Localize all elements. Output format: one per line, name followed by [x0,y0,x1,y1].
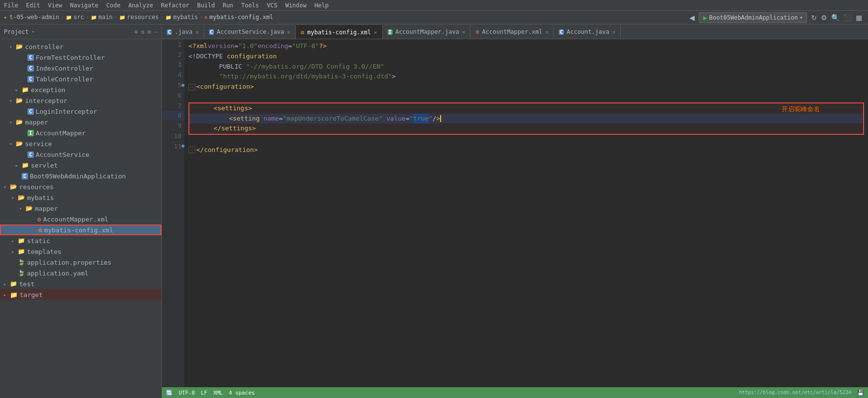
fold-5[interactable]: − [188,84,195,91]
tab-mybatis-xml-icon: ⚙ [301,29,304,36]
yaml-icon: 🍃 [18,270,25,276]
bc-project[interactable]: ▸ t-05-web-admin [4,14,59,21]
expand-exception[interactable]: ▸ [14,87,20,93]
code-editor[interactable]: <?xml version="1.0" encoding="UTF-8" ?> … [184,39,868,387]
bc-main[interactable]: main [99,14,113,21]
status-url: https://blog.csdn.net/etc/article/5234 [739,390,851,396]
tab-accountmapper-xml[interactable]: ⚙ AccountMapper.xml × [471,25,554,39]
tab-close-account-java[interactable]: × [612,29,616,35]
settings-icon[interactable]: ⚙ [821,14,827,22]
tree-item-exception[interactable]: ▸ 📁 exception [0,84,161,95]
label-logininterceptor: LoginInterceptor [36,108,97,115]
tree-item-mapper[interactable]: ▾ 📂 mapper [0,117,161,127]
java-c-icon2: C [27,65,34,72]
menu-edit[interactable]: Edit [26,2,40,9]
bc-resources[interactable]: resources [127,14,159,21]
menu-file[interactable]: File [4,2,18,9]
menu-code[interactable]: Code [106,2,121,9]
code-line-11: − </configuration> [188,145,864,155]
tree-item-app-yaml[interactable]: 🍃 application.yaml [0,268,161,278]
xml-icon-accountmapper: ⚙ [37,216,41,223]
tab-close-accountmapper-java[interactable]: × [462,29,466,35]
sidebar-gear-icon[interactable]: ⊕ [134,28,138,35]
menu-help[interactable]: Help [315,2,329,9]
tree-item-boot05[interactable]: C Boot05WebAdminApplication [0,171,161,181]
menu-vcs[interactable]: VCS [267,2,278,9]
folder-icon-target: 📁 [10,291,18,298]
panel-icon[interactable]: ▦ [856,14,862,22]
ln-4: 4 [162,70,184,80]
tree-item-interceptor[interactable]: ▾ 📂 interceptor [0,95,161,106]
menu-build[interactable]: Build [197,2,215,9]
status-indent[interactable]: 4 spaces [229,390,255,396]
tree-item-indexcontroller[interactable]: C IndexController [0,63,161,74]
tab-account-java[interactable]: C Account.java × [554,25,621,39]
bc-src[interactable]: src [74,14,84,21]
tree-item-logininterceptor[interactable]: C LoginInterceptor [0,106,161,117]
sidebar-settings-icon[interactable]: ⚙ [148,28,151,35]
tree-item-mybatis[interactable]: ▾ 📂 mybatis [0,192,161,203]
tree-item-accountservice[interactable]: C AccountService [0,149,161,160]
expand-controller[interactable]: ▾ [8,44,14,50]
status-linesep[interactable]: LF [201,390,207,396]
tree-item-formtestcontroller[interactable]: C FormTestController [0,52,161,63]
sidebar-hide-icon[interactable]: — [154,28,158,35]
refresh-icon[interactable]: ↻ [811,14,817,22]
ln-5: 5 [162,80,184,90]
label-mybatis-config: mybatis-config.xml [44,226,113,234]
tab-mybatis-config[interactable]: ⚙ mybatis-config.xml × [296,25,383,39]
label-interceptor: interceptor [25,97,67,104]
tree-item-resources[interactable]: ▾ 📂 resources [0,181,161,192]
tab-accountmapper-java[interactable]: I AccountMapper.java × [383,25,471,39]
tree-item-servlet[interactable]: ▸ 📁 servlet [0,160,161,171]
ln-10: 10 [162,131,184,141]
tree-item-mybatis-config[interactable]: ⚙ mybatis-config.xml [0,224,161,235]
tree-item-service[interactable]: ▾ 📂 service [0,138,161,149]
folder-icon-mybatis: 📂 [18,194,25,201]
tree-item-tablecontroller[interactable]: C TableController [0,74,161,84]
menu-analyze[interactable]: Analyze [128,2,153,9]
power-icon[interactable]: ⬛ [843,14,852,22]
folder-icon-service: 📂 [16,140,23,147]
menu-refactor[interactable]: Refactor [161,2,189,9]
sidebar-collapse-icon[interactable]: ⇅ [141,28,144,35]
tab-java-unknown[interactable]: C .java × [162,25,204,39]
java-c-icon5: C [27,151,34,158]
tab-close-accountservice[interactable]: × [287,29,290,35]
menu-window[interactable]: Window [285,2,306,9]
java-i-icon: I [27,130,34,136]
menu-navigate[interactable]: Navigate [70,2,99,9]
menu-view[interactable]: View [48,2,62,9]
tab-close-mybatis-config[interactable]: × [374,29,377,36]
tree-item-static[interactable]: ▸ 📁 static [0,235,161,246]
search-everywhere-icon[interactable]: 🔍 [831,14,840,22]
tree-item-accountmapper-xml[interactable]: ⚙ AccountMapper.xml [0,214,161,224]
tab-accountservice[interactable]: C AccountService.java × [204,25,296,39]
fold-11[interactable]: − [188,147,195,153]
tree-item-app-properties[interactable]: 🍃 application.properties [0,257,161,268]
tree-item-target[interactable]: ▸ 📁 target [0,289,161,300]
editor-content[interactable]: 1 2 3 4 5 6 7 8 9 10 11 [162,39,868,387]
run-config-selector[interactable]: ▶ Boot05WebAdminApplication ▾ [699,12,807,23]
tab-close-accountmapper-xml[interactable]: × [545,29,549,35]
bc-mybatis[interactable]: mybatis [173,14,198,21]
back-icon[interactable]: ◀ [689,14,695,22]
menu-tools[interactable]: Tools [241,2,259,9]
ln-9: 9 [162,121,184,131]
folder-icon-static: 📁 [18,237,25,244]
tree-item-templates[interactable]: ▸ 📁 templates [0,246,161,257]
ln-6: 6 [162,90,184,100]
status-encoding[interactable]: UTF-8 [179,390,195,396]
code-line-9: </settings> [189,124,863,134]
tree-item-test[interactable]: ▸ 📁 test [0,278,161,289]
tree-item-controller[interactable]: ▾ 📂 controller [0,41,161,52]
bc-config-xml[interactable]: mybatis-config.xml [210,14,273,21]
sidebar-dropdown-icon[interactable]: ▾ [32,29,35,34]
tab-close-java[interactable]: × [195,29,199,35]
status-lang[interactable]: XML [213,390,223,396]
sidebar-header: Project ▾ ⊕ ⇅ ⚙ — [0,25,161,39]
menu-run[interactable]: Run [223,2,234,9]
code-line-8: <setting name="mapUnderscoreToCamelCase"… [189,114,863,124]
tree-item-mapper2[interactable]: ▾ 📂 mapper [0,203,161,214]
tree-item-accountmapper[interactable]: I AccountMapper [0,127,161,138]
